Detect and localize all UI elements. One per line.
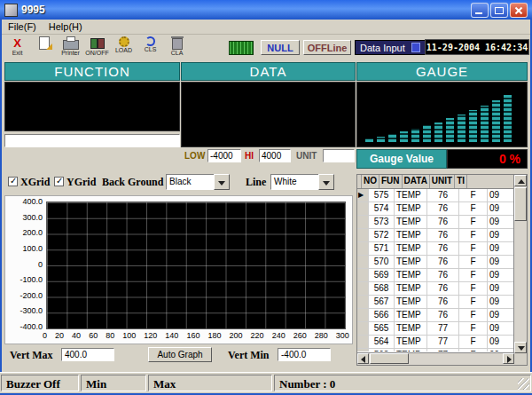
unit-input[interactable] [323,149,355,162]
menu-item[interactable]: File(F) [2,20,43,33]
null-button[interactable]: NULL [261,40,300,55]
cell-unit: F [459,229,488,241]
cell-time: 09 [488,309,514,321]
chevron-down-icon[interactable] [318,174,334,190]
load-button[interactable]: LOAD [112,36,136,61]
scroll-up-icon[interactable] [514,175,527,186]
cla-button[interactable]: CLA [165,36,189,61]
cell-unit: F [459,242,488,255]
gauge-display [356,82,528,147]
table-row[interactable]: 571 TEMP 76 F 09 [357,242,514,256]
table-row[interactable]: 563 TEMP 77 F 09 [357,349,514,352]
table-row[interactable]: 567 TEMP 76 F 09 [357,296,514,309]
table-row[interactable]: 568 TEMP 76 F 09 [357,282,514,296]
background-selected-value: Black [166,174,214,190]
cell-no: 567 [369,296,395,308]
onoff-button[interactable]: ON/OFF [85,36,109,61]
cell-time: 09 [488,242,514,255]
cell-data: 76 [427,216,459,228]
table-row[interactable]: 564 TEMP 77 F 09 [357,336,514,349]
function-header: FUNCTION [4,62,180,81]
y-tick-label: -400.0 [5,323,43,331]
horizontal-scroll-thumb[interactable] [370,353,409,364]
vert-min-input[interactable]: -400.0 [278,348,331,361]
row-selector [357,296,369,308]
background-select[interactable]: Black [166,174,230,190]
buzzer-status: Buzzer Off [1,375,79,391]
horizontal-scrollbar[interactable] [357,352,514,365]
exit-button[interactable]: X Exit [5,36,29,61]
onoff-icon [90,36,106,50]
table-row[interactable]: 566 TEMP 76 F 09 [357,309,514,322]
table-row[interactable]: 572 TEMP 76 F 09 [357,229,514,242]
cell-time: 09 [488,216,514,228]
cell-fun: TEMP [395,202,427,215]
cell-no: 563 [369,349,395,352]
max-status: Max [148,375,272,391]
y-tick-label: -300.0 [5,307,43,315]
data-input-button[interactable]: Data Input [355,40,426,55]
chevron-down-icon[interactable] [214,174,230,190]
cell-fun: TEMP [395,189,427,201]
line-select[interactable]: White [270,174,334,190]
cls-button[interactable]: CLS [138,36,162,61]
x-tick-label: 120 [144,331,157,340]
vert-min-label: Vert Min [228,349,270,362]
cell-fun: TEMP [395,229,427,241]
table-row[interactable]: 569 TEMP 76 F 09 [357,269,514,282]
cell-time: 09 [488,349,514,352]
cell-unit: F [459,282,488,295]
ygrid-label: YGrid [66,176,96,189]
x-axis-ticks: 0204060801001201401601802002202402602803… [43,331,349,340]
vertical-scrollbar[interactable] [513,175,527,353]
gauge-value-readout: 0 % [447,149,528,169]
gauge-header: GAUGE [356,62,528,81]
cell-unit: F [459,336,488,348]
vertical-scroll-thumb[interactable] [514,187,527,221]
toolbar-button-label: ON/OFF [85,50,109,57]
offline-button[interactable]: OFFLine [303,40,351,55]
y-tick-label: 200.0 [5,229,43,237]
close-button[interactable] [510,3,528,18]
ygrid-checkbox[interactable] [54,177,64,186]
load-icon [119,36,129,47]
toolbar: X Exit Printer ON/OFF LOAD CLS CLA NULL [2,35,530,62]
minimize-button[interactable] [471,3,489,18]
scroll-right-icon[interactable] [503,353,514,364]
cell-unit: F [459,309,488,321]
background-label: Back Ground [102,176,163,189]
data-table: NOFUNDATAUNITTI ▶ 575 TEMP 76 F 09 574 T… [356,174,528,366]
y-tick-label: 0 [5,261,43,269]
maximize-button[interactable] [490,3,508,18]
app-icon [4,4,18,17]
table-row[interactable]: 570 TEMP 76 F 09 [357,256,514,269]
table-row[interactable]: 565 TEMP 77 F 09 [357,322,514,336]
printer-button[interactable]: Printer [59,36,82,61]
cell-fun: TEMP [395,309,427,321]
gauge-bars [357,83,527,146]
menu-item[interactable]: Help(H) [43,20,89,33]
vert-max-input[interactable]: 400.0 [61,348,114,361]
graph-panel: 400.0300.0200.0100.00-100.0-200.0-300.0-… [4,195,353,344]
menu-bar: File(F)Help(H) [2,20,530,35]
scroll-down-icon[interactable] [514,342,527,353]
cell-no: 574 [369,202,395,215]
table-header-cell: DATA [403,175,430,188]
low-input[interactable]: -4000 [207,149,241,162]
y-tick-label: 100.0 [5,245,43,253]
hi-input[interactable]: 4000 [259,149,291,162]
auto-graph-button[interactable]: Auto Graph [148,347,212,362]
table-row[interactable]: ▶ 575 TEMP 76 F 09 [357,189,514,202]
xgrid-checkbox[interactable] [8,177,18,186]
datetime-display: 11-29-2004 16:42:34 [425,39,529,55]
cell-time: 09 [488,229,514,241]
resize-grip[interactable] [518,378,529,390]
edit-button[interactable] [32,36,56,61]
toolbar-button-label: CLS [138,46,162,53]
x-tick-label: 260 [293,331,307,340]
scroll-left-icon[interactable] [357,353,369,364]
table-row[interactable]: 573 TEMP 76 F 09 [357,216,514,229]
cell-fun: TEMP [395,242,427,255]
cell-unit: F [459,202,488,215]
table-row[interactable]: 574 TEMP 76 F 09 [357,202,514,216]
